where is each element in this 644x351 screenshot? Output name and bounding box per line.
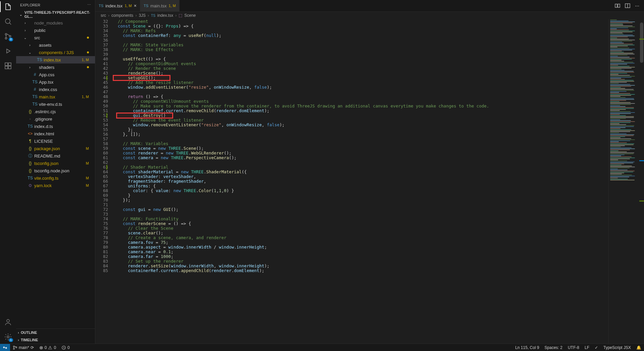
code-line[interactable]: fragmentShader: fragmentShader, <box>113 179 644 184</box>
code-line[interactable] <box>113 90 644 94</box>
breadcrumb-item[interactable]: src <box>101 13 106 18</box>
more-icon[interactable]: ⋯ <box>635 3 639 8</box>
editor-tab[interactable]: TSindex.tsx1, M× <box>95 0 140 11</box>
outline-section[interactable]: › OUTLINE <box>16 329 95 336</box>
code-editor[interactable]: 3233343536373839404142434445464748495051… <box>95 19 644 344</box>
code-line[interactable] <box>113 137 644 141</box>
code-line[interactable]: // componentDidMount events <box>113 61 644 66</box>
code-line[interactable]: // Create a scene, camera, and renderer <box>113 235 644 240</box>
tree-item[interactable]: ›shaders <box>16 63 95 71</box>
code-line[interactable]: vertexShader: vertexShader, <box>113 174 644 179</box>
code-line[interactable]: camera.aspect = window.innerWidth / wind… <box>113 245 644 250</box>
tree-item[interactable]: TSindex.tsx1, M <box>16 56 95 63</box>
code-line[interactable]: return () => { <box>113 94 644 99</box>
split-icon[interactable] <box>625 3 630 8</box>
code-line[interactable]: camera.near = 0.1; <box>113 250 644 254</box>
tree-item[interactable]: ›public <box>16 27 95 34</box>
code-line[interactable]: // Make sure to remove the renderer from… <box>113 104 644 108</box>
ports-status[interactable]: 0 <box>59 345 72 350</box>
minimap[interactable] <box>608 19 638 344</box>
code-line[interactable]: // MARK: Refs <box>113 29 644 33</box>
branch-status[interactable]: main* ⟳ <box>10 345 37 350</box>
problems-status[interactable]: ⊗0 ⚠0 <box>37 345 59 350</box>
code-content[interactable]: // Component const Scene = ({}: Props) =… <box>113 19 644 344</box>
code-line[interactable]: }); <box>113 198 644 203</box>
code-line[interactable]: const scene = new THREE.Scene(); <box>113 146 644 151</box>
code-line[interactable] <box>113 203 644 207</box>
breadcrumb-item[interactable]: 3JS <box>139 13 146 18</box>
code-line[interactable] <box>113 38 644 43</box>
tree-item[interactable]: ¶LICENSE <box>16 137 95 145</box>
code-line[interactable]: renderer.setSize(window.innerWidth, wind… <box>113 264 644 268</box>
tree-item[interactable]: ⓘREADME.md <box>16 152 95 160</box>
encoding-status[interactable]: UTF-8 <box>565 345 582 350</box>
code-line[interactable]: }; <box>113 127 644 132</box>
code-line[interactable]: // componentWillUnmount events <box>113 99 644 104</box>
tree-item[interactable]: #App.css <box>16 71 95 78</box>
code-line[interactable]: // MARK: State Variables <box>113 43 644 47</box>
scrollbar-track[interactable] <box>639 19 644 344</box>
tree-item[interactable]: TSvite-env.d.ts <box>16 100 95 108</box>
explorer-icon[interactable] <box>4 3 12 11</box>
breadcrumb[interactable]: src›components›3JS›TSindex.tsx›⬚Scene <box>95 12 644 19</box>
compare-icon[interactable] <box>615 3 620 8</box>
tree-item[interactable]: ›node_modules <box>16 19 95 27</box>
code-line[interactable]: const containerRef: any = useRef(null); <box>113 33 644 38</box>
linecol-status[interactable]: Ln 115, Col 9 <box>512 345 542 350</box>
code-line[interactable]: // Render the scene <box>113 66 644 71</box>
tree-item[interactable]: {}.eslintrc.cjs <box>16 108 95 115</box>
code-line[interactable]: }, []); <box>113 132 644 137</box>
code-line[interactable] <box>113 52 644 57</box>
tree-item[interactable]: {}tsconfig.jsonM <box>16 160 95 167</box>
timeline-section[interactable]: › TIMELINE <box>16 336 95 344</box>
settings-icon[interactable]: 1 <box>4 333 12 341</box>
extensions-icon[interactable] <box>4 62 12 70</box>
code-line[interactable]: // Add the resize listener <box>113 80 644 85</box>
tree-item[interactable]: <>index.html <box>16 130 95 137</box>
code-line[interactable]: const renderScene = () => { <box>113 221 644 226</box>
breadcrumb-item[interactable]: index.tsx <box>157 13 173 18</box>
debug-icon[interactable] <box>4 47 12 55</box>
code-line[interactable] <box>113 212 644 217</box>
code-line[interactable]: scene.clear(); <box>113 231 644 235</box>
project-section-header[interactable]: ⌄ VITE-THREEJS-TYPESCRIPT-REACT-GL... <box>16 10 95 19</box>
code-line[interactable]: const renderer = new THREE.WebGLRenderer… <box>113 151 644 156</box>
code-line[interactable]: containerRef.current.removeChild(rendere… <box>113 108 644 113</box>
tree-item[interactable]: {}package.jsonM <box>16 145 95 152</box>
code-line[interactable]: camera.fov = 75; <box>113 240 644 245</box>
code-line[interactable]: // Set up the renderer <box>113 259 644 264</box>
code-line[interactable]: // MARK: Variables <box>113 141 644 146</box>
code-line[interactable]: const camera = new THREE.PerspectiveCame… <box>113 156 644 160</box>
file-tree[interactable]: ›node_modules›public⌄src›assets⌄componen… <box>16 19 95 328</box>
tree-item[interactable]: TSApp.tsx <box>16 78 95 86</box>
code-line[interactable]: } <box>113 193 644 198</box>
close-icon[interactable]: × <box>134 3 137 8</box>
code-line[interactable]: gui.destroy() <box>113 113 644 118</box>
search-icon[interactable] <box>4 17 12 26</box>
eol-status[interactable]: LF <box>582 345 592 350</box>
account-icon[interactable] <box>4 318 12 326</box>
remote-button[interactable] <box>0 344 10 351</box>
code-line[interactable]: const shaderMaterial = new THREE.ShaderM… <box>113 170 644 174</box>
code-line[interactable]: useEffect(() => { <box>113 57 644 61</box>
scrollbar-thumb[interactable] <box>640 23 643 63</box>
code-line[interactable]: // MARK: Use Effects <box>113 47 644 52</box>
breadcrumb-item[interactable]: Scene <box>184 13 196 18</box>
prettier-status[interactable]: ✓ <box>592 345 601 350</box>
code-line[interactable]: // MARK: Functionality <box>113 217 644 221</box>
code-line[interactable]: // Shader Material <box>113 165 644 170</box>
notifications-icon[interactable]: 🔔 <box>634 345 644 350</box>
tree-item[interactable]: TSindex.d.ts <box>16 123 95 130</box>
code-line[interactable]: containerRef.current.appendChild(rendere… <box>113 268 644 273</box>
scm-icon[interactable]: 8 <box>4 32 12 40</box>
code-line[interactable]: window.removeEventListener("resize", onW… <box>113 123 644 127</box>
code-line[interactable]: camera.far = 1000; <box>113 254 644 259</box>
tree-item[interactable]: #index.css <box>16 86 95 93</box>
code-line[interactable]: // Remove the event listener <box>113 118 644 123</box>
tree-item[interactable]: ◦.gitignore <box>16 115 95 123</box>
tree-item[interactable]: TSvite.config.tsM <box>16 174 95 182</box>
tree-item[interactable]: ›assets <box>16 41 95 49</box>
code-line[interactable]: color: { value: new THREE.Color(1,1,0) } <box>113 188 644 193</box>
code-line[interactable]: setupGUI(); <box>113 76 644 80</box>
code-line[interactable]: // Clear the Scene <box>113 226 644 231</box>
